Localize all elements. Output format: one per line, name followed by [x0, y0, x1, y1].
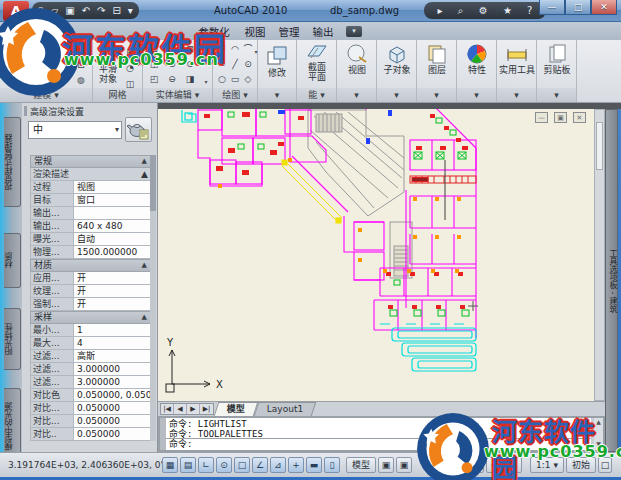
panel-label-clipboard[interactable]: ▾	[537, 88, 576, 102]
panel-label-utilities[interactable]: ▾	[497, 88, 536, 102]
solid-tool-icon[interactable]: ⊞	[147, 43, 161, 56]
tool-palettes-collapsed-bar[interactable]: 工具选项板 - 建筑	[605, 109, 618, 452]
clipboard-button[interactable]: 剪贴板	[541, 43, 573, 75]
sidebar-tab-visual-styles[interactable]: 视觉样式管理器	[4, 117, 21, 207]
annotation-scale-button[interactable]: 1:1 ▾	[530, 457, 564, 473]
panel-label-mesh[interactable]: 网格	[93, 88, 142, 102]
snap-toggle[interactable]: ▦	[162, 457, 178, 473]
panel-label-solid-editing[interactable]: 实体编辑 ▾	[143, 88, 212, 102]
layout-quickview-icon[interactable]: ▣	[378, 457, 394, 473]
draw-tool-icon[interactable]: ○	[215, 73, 229, 86]
plot-icon[interactable]: ⊟	[112, 3, 120, 18]
subobject-button[interactable]: 子对象	[381, 43, 413, 75]
tab-model[interactable]: 模型	[214, 402, 259, 416]
last-tab-icon[interactable]: ▶|	[200, 404, 213, 414]
smooth-object-button[interactable]: 平滑 对象	[95, 48, 121, 84]
collapse-icon[interactable]: ▲	[142, 312, 147, 323]
utilities-button[interactable]: 实用工具	[501, 43, 533, 75]
dropdown-icon[interactable]: ▾	[199, 75, 213, 88]
draw-tool-icon[interactable]: ╱	[228, 58, 242, 71]
view-button[interactable]: 视图	[341, 43, 373, 75]
extrude-button[interactable]: 拉伸 ▾	[42, 43, 72, 85]
close-button[interactable]: ✕	[591, 0, 617, 15]
section-plane-button[interactable]: 截面 平面	[301, 42, 333, 82]
modeling-tool-icon[interactable]: ⊡	[74, 59, 88, 72]
drawing-canvas[interactable]: Y X — ▣ ✕	[158, 109, 594, 401]
tab-parametric[interactable]: 参数化	[192, 24, 236, 40]
canvas-vertical-scrollbar[interactable]	[594, 109, 605, 401]
solid-tool-icon[interactable]: ⊚	[165, 43, 179, 56]
maximize-button[interactable]: □	[565, 0, 591, 15]
mesh-tool-icon[interactable]: ◔	[123, 62, 137, 75]
panel-label-layers[interactable]: ▾	[417, 88, 456, 102]
grid-toggle[interactable]: ▤	[180, 457, 196, 473]
solid-tool-icon[interactable]: ◰	[147, 73, 161, 86]
dropdown-icon[interactable]: ▾	[199, 45, 213, 58]
render-button[interactable]	[125, 117, 152, 142]
qat-dropdown-icon[interactable]: ▾	[128, 3, 133, 18]
next-tab-icon[interactable]: ▶	[187, 404, 200, 414]
chevron-down-icon[interactable]: ▾	[115, 122, 119, 138]
expand-icon[interactable]: ▸	[438, 5, 443, 16]
modeling-tool-icon[interactable]: ◍	[74, 74, 88, 87]
tab-output[interactable]: 输出	[308, 24, 338, 40]
favorites-icon[interactable]: ★	[503, 5, 512, 16]
sidebar-tab-sun-properties[interactable]: 阳光特性	[4, 308, 21, 370]
dyn-toggle[interactable]: +	[288, 457, 304, 473]
modify-button[interactable]: 修改	[263, 44, 291, 78]
panel-label-section[interactable]: 能 ▾	[297, 88, 336, 102]
drawing-minimize-icon[interactable]: —	[535, 112, 548, 123]
mesh-tool-icon[interactable]: ⊞	[123, 46, 137, 59]
zoom-icon[interactable]: ⊕	[486, 457, 503, 473]
clean-screen-icon[interactable]: □	[598, 457, 612, 473]
help-icon[interactable]: ?	[527, 5, 532, 16]
collapse-icon[interactable]: ▲	[141, 168, 148, 180]
tab-view[interactable]: 视图	[240, 24, 270, 40]
command-input[interactable]: 命令:	[166, 439, 591, 450]
ducs-toggle[interactable]: ⊿	[270, 457, 286, 473]
subsection-render-context[interactable]: 渲染描述▲	[30, 168, 151, 181]
solid-tool-icon[interactable]: ⊘	[165, 58, 179, 71]
show-motion-icon[interactable]: ▸	[505, 457, 522, 473]
model-space-button[interactable]: 模型	[346, 457, 376, 473]
first-tab-icon[interactable]: |◀	[161, 404, 174, 414]
collapse-icon[interactable]: ▲	[142, 156, 147, 167]
panel-label-modeling[interactable]: 建模 ▾	[0, 88, 92, 102]
panel-label-draw[interactable]: 绘图 ▾	[213, 88, 257, 102]
command-scrollbar[interactable]: ▲ ▼	[594, 418, 603, 450]
solid-tool-icon[interactable]: ◨	[183, 73, 197, 86]
draw-tool-icon[interactable]: ◇	[241, 73, 255, 86]
minimize-button[interactable]: —	[539, 0, 565, 15]
section-header-general[interactable]: 常规▲	[30, 155, 151, 168]
new-icon[interactable]: ▯	[38, 3, 44, 18]
section-header-materials[interactable]: 材质▲	[30, 259, 151, 272]
properties-button[interactable]: 特性	[461, 43, 493, 75]
ribbon-minimize-icon[interactable]: ▾	[346, 26, 362, 37]
command-history[interactable]: 命令: LIGHTLIST 命令: TOOLPALETTES	[166, 418, 591, 439]
draw-tool-icon[interactable]: ≈	[215, 58, 229, 71]
panel-label-modify[interactable]: ▾	[258, 88, 296, 102]
drawing-close-icon[interactable]: ✕	[573, 112, 586, 123]
box-button[interactable]: 长方体 ▾	[4, 43, 40, 85]
pan-icon[interactable]: ◍	[467, 457, 484, 473]
prev-tab-icon[interactable]: ◀	[174, 404, 187, 414]
open-icon[interactable]: ▱	[51, 3, 59, 18]
redo-icon[interactable]: ↷	[97, 3, 105, 18]
drawing-restore-icon[interactable]: ▣	[554, 112, 567, 123]
drawing-quickview-icon[interactable]: ▣	[396, 457, 412, 473]
panel-label-view[interactable]: ▾	[337, 88, 376, 102]
lineweight-toggle[interactable]: ▬	[306, 457, 322, 473]
panel-label-properties[interactable]: ▾	[457, 88, 496, 102]
sidebar-tab-materials[interactable]: 材质	[4, 233, 21, 288]
render-preset-select[interactable]: 中▾	[28, 121, 122, 139]
draw-tool-icon[interactable]: ◠	[228, 43, 242, 56]
application-menu-button[interactable]: A	[3, 1, 29, 21]
solid-tool-icon[interactable]: ⊙	[183, 58, 197, 71]
modeling-tool-icon[interactable]: ◧	[74, 44, 88, 57]
workspace-switch-button[interactable]: 初始	[566, 457, 596, 473]
search-icon[interactable]: ⌕	[458, 5, 464, 17]
palette-scrollbar[interactable]	[150, 155, 156, 441]
draw-tool-icon[interactable]: ▭	[228, 73, 242, 86]
quick-properties-toggle[interactable]: ▯	[324, 457, 340, 473]
panel-label-subobject[interactable]: ▾	[377, 88, 416, 102]
